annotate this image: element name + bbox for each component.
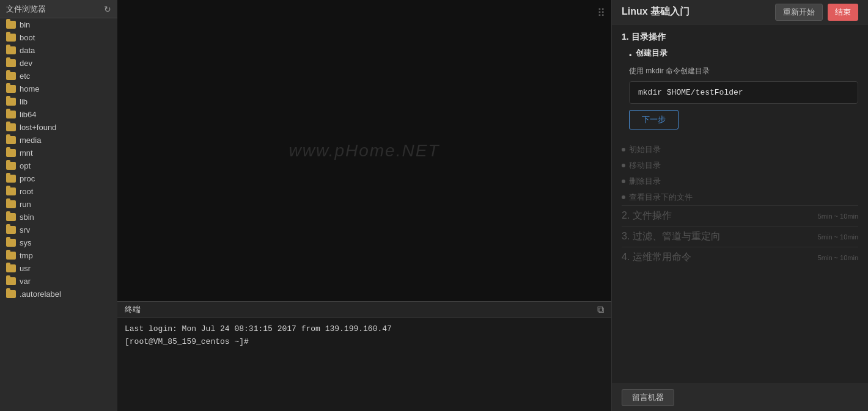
folder-icon <box>6 162 16 170</box>
sidebar-item[interactable]: mnt <box>0 147 117 159</box>
folder-icon <box>6 72 16 80</box>
folder-icon <box>6 239 16 247</box>
main-content-area: ⠿ www.pHome.NET 终端 ⧉ Last login: Mon Jul… <box>117 0 611 411</box>
course-panel: Linux 基础入门 重新开始 结束 1. 目录操作 • 创建目录 使用 mkd… <box>611 0 868 411</box>
sidebar-item-label: sbin <box>20 213 34 222</box>
sidebar-item[interactable]: lost+found <box>0 121 117 134</box>
folder-icon <box>6 213 16 221</box>
sidebar-item[interactable]: srv <box>0 224 117 236</box>
sidebar-item[interactable]: run <box>0 198 117 211</box>
sidebar-item-label: usr <box>20 264 31 273</box>
sidebar-item[interactable]: root <box>0 185 117 198</box>
sidebar-header: 文件浏览器 ↻ <box>0 0 117 18</box>
sidebar-item[interactable]: sys <box>0 236 117 249</box>
section-2-label: 2. 文件操作 <box>622 209 672 222</box>
sidebar-item-label: root <box>20 187 33 196</box>
terminal-line-1: Last login: Mon Jul 24 08:31:15 2017 fro… <box>125 323 604 336</box>
folder-icon <box>6 175 16 183</box>
file-viewer: ⠿ www.pHome.NET <box>117 0 611 301</box>
folder-icon <box>6 21 16 29</box>
refresh-icon[interactable]: ↻ <box>104 4 111 14</box>
folder-icon <box>6 46 16 54</box>
sidebar-item-label: home <box>20 84 40 93</box>
subtopic-item-2[interactable]: 初始目录 <box>622 142 858 158</box>
terminal-line-2: [root@VM_85_159_centos ~]# <box>125 336 604 349</box>
sidebar-item-label: var <box>20 277 31 286</box>
sidebar-item-label: lib64 <box>20 110 36 119</box>
sidebar-item[interactable]: usr <box>0 262 117 275</box>
sidebar-item[interactable]: var <box>0 275 117 288</box>
section-3-time: 5min ~ 10min <box>818 233 858 241</box>
folder-icon <box>6 226 16 234</box>
sidebar-file-list: binbootdatadevetchomeliblib64lost+foundm… <box>0 18 117 411</box>
subtopic-item-4[interactable]: 删除目录 <box>622 173 858 189</box>
folder-icon <box>6 111 16 118</box>
folder-icon <box>6 264 16 272</box>
sidebar-item-label: boot <box>20 33 35 42</box>
section-4-time: 5min ~ 10min <box>818 254 858 261</box>
folder-icon <box>6 136 16 144</box>
restart-button[interactable]: 重新开始 <box>775 4 823 21</box>
code-block: mkdir $HOME/testFolder <box>629 81 858 104</box>
sidebar-item-label: dev <box>20 59 32 68</box>
next-step-button[interactable]: 下一步 <box>629 110 679 129</box>
sidebar-item[interactable]: dev <box>0 57 117 70</box>
sidebar-item[interactable]: etc <box>0 70 117 82</box>
sidebar-item[interactable]: media <box>0 134 117 147</box>
sidebar-item[interactable]: lib64 <box>0 108 117 121</box>
section-1-title[interactable]: 1. 目录操作 <box>622 32 858 43</box>
folder-icon <box>6 123 16 131</box>
sidebar-item[interactable]: bin <box>0 18 117 31</box>
sidebar-item-label: mnt <box>20 148 33 158</box>
terminal-header: 终端 ⧉ <box>117 302 611 318</box>
sidebar-item-label: tmp <box>20 251 33 260</box>
sidebar-item[interactable]: sbin <box>0 211 117 224</box>
terminal-title: 终端 <box>125 304 141 315</box>
subtopic-item-3[interactable]: 移动目录 <box>622 158 858 173</box>
subtopic-section: • 创建目录 使用 mkdir 命令创建目录 mkdir $HOME/testF… <box>622 48 858 137</box>
sidebar-title: 文件浏览器 <box>6 4 46 15</box>
sidebar-item-label: srv <box>20 225 30 235</box>
section-3-row[interactable]: 3. 过滤、管道与重定向 5min ~ 10min <box>622 226 858 247</box>
message-button[interactable]: 留言机器 <box>622 389 674 406</box>
sidebar-item-label: lib <box>20 97 28 106</box>
sidebar-item[interactable]: data <box>0 44 117 57</box>
terminal-panel: 终端 ⧉ Last login: Mon Jul 24 08:31:15 201… <box>117 301 611 411</box>
sidebar-item[interactable]: boot <box>0 31 117 44</box>
section-4-label: 4. 运维常用命令 <box>622 251 691 264</box>
subtopic-item-5[interactable]: 查看目录下的文件 <box>622 189 858 205</box>
sidebar-item[interactable]: home <box>0 82 117 95</box>
course-buttons: 重新开始 结束 <box>775 4 858 21</box>
sidebar-item-label: etc <box>20 71 30 81</box>
folder-icon <box>6 85 16 93</box>
end-button[interactable]: 结束 <box>828 4 858 21</box>
drag-handle-icon[interactable]: ⠿ <box>597 6 605 20</box>
folder-icon <box>6 98 16 106</box>
sidebar-item[interactable]: tmp <box>0 249 117 262</box>
sidebar-item[interactable]: .autorelabel <box>0 288 117 300</box>
sidebar-item[interactable]: lib <box>0 95 117 108</box>
sidebar-item-label: run <box>20 200 31 209</box>
file-browser-sidebar: 文件浏览器 ↻ binbootdatadevetchomeliblib64los… <box>0 0 117 411</box>
sidebar-item[interactable]: opt <box>0 159 117 172</box>
sidebar-item[interactable]: proc <box>0 172 117 185</box>
course-title: Linux 基础入门 <box>622 5 690 18</box>
folder-icon <box>6 252 16 260</box>
terminal-expand-icon[interactable]: ⧉ <box>597 304 604 315</box>
section-2-time: 5min ~ 10min <box>818 213 858 220</box>
section-4-row[interactable]: 4. 运维常用命令 5min ~ 10min <box>622 247 858 267</box>
folder-icon <box>6 59 16 67</box>
folder-icon <box>6 290 16 298</box>
course-content: 1. 目录操作 • 创建目录 使用 mkdir 命令创建目录 mkdir $HO… <box>612 24 868 384</box>
folder-icon <box>6 200 16 208</box>
sidebar-item-label: sys <box>20 238 32 247</box>
folder-icon <box>6 277 16 285</box>
sidebar-item-label: opt <box>20 161 31 170</box>
sidebar-item-label: lost+found <box>20 123 56 132</box>
section-2-row[interactable]: 2. 文件操作 5min ~ 10min <box>622 205 858 226</box>
folder-icon <box>6 187 16 195</box>
sidebar-item-label: data <box>20 46 35 55</box>
subtopic-title: 创建目录 <box>636 48 668 59</box>
folder-icon <box>6 34 16 42</box>
terminal-body[interactable]: Last login: Mon Jul 24 08:31:15 2017 fro… <box>117 318 611 411</box>
